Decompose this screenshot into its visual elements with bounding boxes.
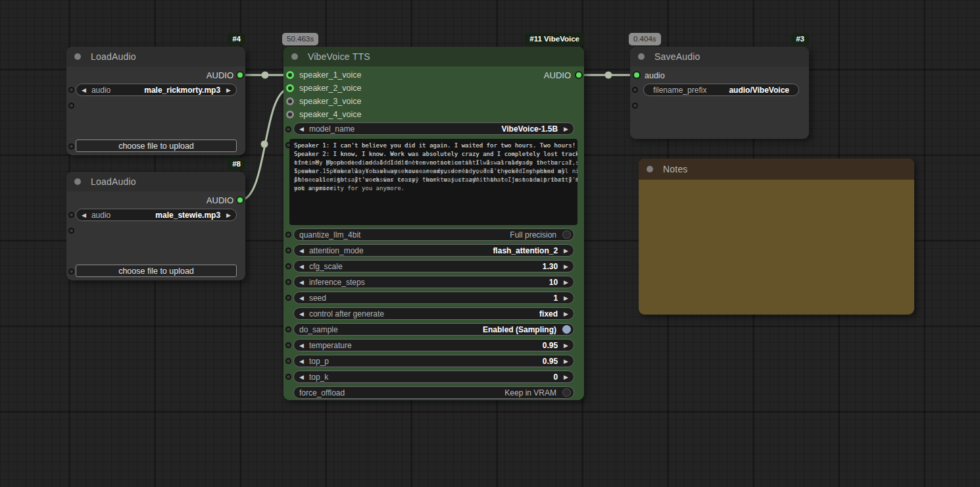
input-port-widget[interactable] [632,87,638,93]
combo-widget-top_p[interactable]: ◀top_p0.95▶ [293,355,574,367]
combo-widget-cfg_scale[interactable]: ◀cfg_scale1.30▶ [293,260,574,272]
combo-left-arrow-icon[interactable]: ◀ [82,212,86,218]
wire-midpoint-dot[interactable] [261,141,268,148]
combo-widget-top_k[interactable]: ◀top_k0▶ [293,371,574,383]
combo-left-arrow-icon[interactable]: ◀ [299,279,304,286]
node-load-audio-1[interactable]: #4 LoadAudio AUDIO ◀ audio male_rickmort… [66,47,245,155]
widget-row-top_p: ◀top_p0.95▶ [293,355,574,367]
combo-right-arrow-icon[interactable]: ▶ [226,87,231,93]
input-port-widget[interactable] [285,326,291,332]
input-port-widget[interactable] [285,358,291,364]
collapse-dot-icon[interactable] [74,53,81,60]
text-widget-transcript[interactable]: Speaker 1: I can't believe you did it ag… [289,139,577,225]
input-port-speaker_2_voice[interactable] [286,84,294,92]
toggle-widget-quantize_llm_4bit[interactable]: quantize_llm_4bitFull precision [293,228,574,241]
text-widget-filename-prefix[interactable]: filename_prefix audio/VibeVoice [643,84,799,96]
collapse-dot-icon[interactable] [74,178,81,185]
input-port-widget[interactable] [285,279,291,285]
combo-right-arrow-icon[interactable]: ▶ [564,358,568,365]
output-port-audio[interactable] [236,71,244,79]
combo-left-arrow-icon[interactable]: ◀ [299,263,304,270]
combo-widget-inference_steps[interactable]: ◀inference_steps10▶ [293,276,574,288]
wire-midpoint-dot[interactable] [605,72,612,79]
wire-midpoint-dot[interactable] [262,72,269,79]
input-port-audio[interactable] [633,71,641,79]
widget-name: seed [309,294,326,303]
input-port-widget[interactable] [68,269,74,274]
combo-left-arrow-icon[interactable]: ◀ [299,247,304,254]
combo-right-arrow-icon[interactable]: ▶ [564,126,568,132]
upload-button[interactable]: choose file to upload [76,265,237,277]
input-port-widget[interactable] [68,103,74,109]
combo-left-arrow-icon[interactable]: ◀ [299,126,304,132]
input-port-widget[interactable] [285,263,291,269]
collapse-dot-icon[interactable] [638,53,645,60]
output-port-audio[interactable] [236,196,244,204]
combo-widget-temperature[interactable]: ◀temperature0.95▶ [293,339,574,351]
node-notes[interactable]: Notes [639,159,914,315]
output-port-audio[interactable] [575,71,583,79]
combo-left-arrow-icon[interactable]: ◀ [299,311,304,317]
input-port-widget[interactable] [632,103,638,109]
combo-widget-seed[interactable]: ◀seed1▶ [293,292,574,304]
node-titlebar[interactable]: LoadAudio [66,47,245,66]
toggle-knob-icon[interactable] [562,325,571,334]
combo-right-arrow-icon[interactable]: ▶ [564,342,568,349]
toggle-widget-do_sample[interactable]: do_sampleEnabled (Sampling) [293,323,574,336]
toggle-widget-force_offload[interactable]: force_offloadKeep in VRAM [293,386,574,399]
input-port-widget[interactable] [68,143,74,149]
collapse-dot-icon[interactable] [647,166,653,172]
input-port-widget[interactable] [285,295,291,301]
combo-right-arrow-icon[interactable]: ▶ [564,295,568,301]
combo-widget-model-name[interactable]: ◀ model_name VibeVoice-1.5B ▶ [293,122,574,135]
input-port-widget[interactable] [285,232,291,238]
input-port-widget[interactable] [285,342,291,348]
comfyui-node-canvas[interactable]: { "accent_colors": { "connected_port": "… [0,0,980,487]
node-titlebar[interactable]: SaveAudio [630,47,809,66]
input-port-widget[interactable] [285,374,291,380]
node-titlebar[interactable]: Notes [639,159,914,180]
combo-widget-audio[interactable]: ◀ audio male_rickmorty.mp3 ▶ [76,84,237,96]
input-port-speaker_1_voice[interactable] [286,71,294,79]
input-port-widget[interactable] [68,87,74,93]
combo-right-arrow-icon[interactable]: ▶ [564,247,568,254]
input-port-widget[interactable] [68,212,74,218]
combo-right-arrow-icon[interactable]: ▶ [564,374,568,380]
input-port-speaker_4_voice[interactable] [286,111,294,118]
combo-right-arrow-icon[interactable]: ▶ [226,212,231,218]
widget-value: Keep in VRAM [345,388,556,397]
combo-right-arrow-icon[interactable]: ▶ [564,263,568,270]
notes-body[interactable] [639,180,914,315]
widget-value: fixed [384,309,558,319]
widget-name: attention_mode [309,246,364,255]
combo-left-arrow-icon[interactable]: ◀ [299,358,304,365]
input-port-widget[interactable] [285,126,291,132]
upload-button[interactable]: choose file to upload [76,140,237,152]
combo-left-arrow-icon[interactable]: ◀ [299,295,304,301]
input-port-speaker_3_voice[interactable] [286,97,294,105]
node-save-audio[interactable]: 0.404s #3 SaveAudio audio filename_prefi… [630,47,809,139]
widget-name: top_k [309,372,328,382]
combo-right-arrow-icon[interactable]: ▶ [564,311,568,317]
input-port-widget[interactable] [285,247,291,253]
combo-right-arrow-icon[interactable]: ▶ [564,279,568,286]
combo-widget-attention_mode[interactable]: ◀attention_modeflash_attention_2▶ [293,244,574,257]
combo-left-arrow-icon[interactable]: ◀ [299,374,304,380]
node-vibevoice-tts[interactable]: 50.463s #11 VibeVoice VibeVoice TTS spea… [283,47,584,400]
input-port-widget[interactable] [68,228,74,234]
collapse-dot-icon[interactable] [291,53,298,60]
combo-left-arrow-icon[interactable]: ◀ [82,87,86,93]
node-load-audio-2[interactable]: #8 LoadAudio AUDIO ◀ audio male_stewie.m… [66,172,245,280]
toggle-knob-icon[interactable] [562,230,571,239]
widget-value: 10 [365,278,558,287]
node-titlebar[interactable]: VibeVoice TTS [283,47,584,66]
input-port-widget[interactable] [285,142,291,148]
combo-left-arrow-icon[interactable]: ◀ [299,342,304,349]
node-titlebar[interactable]: LoadAudio [66,172,245,192]
input-port-list: speaker_1_voicespeaker_2_voicespeaker_3_… [286,68,362,121]
toggle-knob-icon[interactable] [562,388,571,397]
combo-widget-audio[interactable]: ◀ audio male_stewie.mp3 ▶ [76,209,237,221]
input-label: speaker_2_voice [299,84,362,93]
combo-widget-control-after-generate[interactable]: ◀control after generatefixed▶ [293,307,574,320]
widget-row-control-after-generate: ◀control after generatefixed▶ [293,307,574,320]
